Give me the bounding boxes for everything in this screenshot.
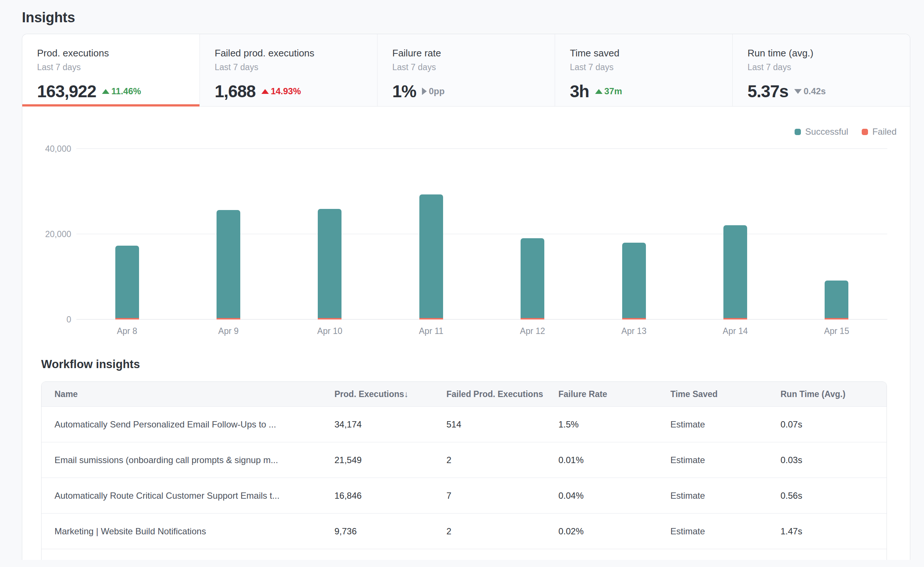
bar-segment-failed <box>216 318 240 319</box>
table-row: Marketing | Website Build Notifications9… <box>42 513 886 549</box>
time-saved-cell: Estimate <box>670 526 780 537</box>
column-header-run-time-avg[interactable]: Run Time (Avg.) <box>780 389 886 399</box>
estimate-link[interactable]: Estimate <box>670 455 705 465</box>
summary-card-time-saved[interactable]: Time savedLast 7 days3h37m <box>555 34 732 106</box>
failed-prod-executions-cell: 7 <box>446 490 558 501</box>
trend-up-icon <box>595 89 603 94</box>
card-delta: 11.46% <box>102 86 141 96</box>
card-value-row: 163,92211.46% <box>37 81 200 101</box>
card-value-row: 5.37s0.42s <box>747 81 910 101</box>
chart-column-apr-11 <box>380 149 482 319</box>
x-axis-label: Apr 9 <box>178 326 279 336</box>
chart-column-apr-8 <box>76 149 178 319</box>
chart-column-apr-12 <box>482 149 583 319</box>
time-saved-cell: Estimate <box>670 490 780 501</box>
bar-segment-successful <box>116 246 139 318</box>
workflow-name-link[interactable]: Automatically Send Personalized Email Fo… <box>54 419 276 429</box>
prod-executions-cell: 21,549 <box>334 455 446 465</box>
time-saved-cell: Estimate <box>670 419 780 430</box>
summary-card-failure-rate[interactable]: Failure rateLast 7 days1%0pp <box>377 34 555 106</box>
workflow-name-cell: Automatically Route Critical Customer Su… <box>42 490 334 501</box>
table-header-row: NameProd. Executions↓Failed Prod. Execut… <box>42 382 886 406</box>
column-header-prod-executions[interactable]: Prod. Executions↓ <box>334 389 446 399</box>
estimate-link[interactable]: Estimate <box>670 419 705 429</box>
bar-apr-14 <box>723 225 747 319</box>
trend-down-icon <box>794 89 802 94</box>
bar-apr-15 <box>825 281 848 319</box>
x-axis-label: Apr 12 <box>482 326 583 336</box>
card-title: Failure rate <box>392 48 555 59</box>
failure-rate-cell: 0.01% <box>558 455 670 465</box>
x-axis-label: Apr 11 <box>380 326 482 336</box>
x-axis-label: Apr 14 <box>684 326 786 336</box>
failed-prod-executions-cell: 514 <box>446 419 558 430</box>
legend-swatch-icon <box>862 129 868 135</box>
legend-label: Successful <box>806 126 848 137</box>
bar-segment-failed <box>622 318 646 319</box>
x-axis-label: Apr 8 <box>76 326 178 336</box>
chart-x-axis-labels: Apr 8Apr 9Apr 10Apr 11Apr 12Apr 13Apr 14… <box>76 326 887 336</box>
x-axis-label: Apr 10 <box>279 326 380 336</box>
trend-up-icon <box>102 89 110 94</box>
run-time-avg-cell: 0.07s <box>780 419 886 430</box>
card-value-row: 1,68814.93% <box>214 81 377 101</box>
workflow-insights-heading: Workflow insights <box>41 358 910 371</box>
sort-desc-icon: ↓ <box>404 389 409 399</box>
column-header-name[interactable]: Name <box>42 389 334 399</box>
card-value: 1,688 <box>214 81 255 101</box>
estimate-link[interactable]: Estimate <box>670 526 705 536</box>
y-axis-tick: 20,000 <box>45 229 71 239</box>
workflow-name-link[interactable]: Email sumissions (onboarding call prompt… <box>54 455 278 465</box>
card-subtitle: Last 7 days <box>570 62 732 72</box>
executions-chart-section: SuccessfulFailed 020,00040,000 Apr 8Apr … <box>22 107 910 336</box>
legend-item-successful[interactable]: Successful <box>795 126 848 137</box>
card-value: 3h <box>570 81 589 101</box>
column-header-failure-rate[interactable]: Failure Rate <box>558 389 670 399</box>
workflow-name-link[interactable]: Automatically Route Critical Customer Su… <box>54 490 280 501</box>
bar-segment-successful <box>520 238 544 318</box>
card-title: Failed prod. executions <box>214 48 377 59</box>
workflow-name-cell: Marketing | Website Build Notifications <box>42 526 334 537</box>
chart-column-apr-14 <box>684 149 786 319</box>
run-time-avg-cell: 1.47s <box>780 526 886 537</box>
chart-column-apr-15 <box>786 149 887 319</box>
prod-executions-cell: 9,736 <box>334 526 446 537</box>
card-delta: 0pp <box>422 86 445 96</box>
bar-segment-successful <box>318 209 342 318</box>
bar-apr-10 <box>318 209 342 319</box>
workflow-name-cell: Automatically Send Personalized Email Fo… <box>42 419 334 430</box>
chart-column-apr-13 <box>583 149 684 319</box>
workflow-insights-table: NameProd. Executions↓Failed Prod. Execut… <box>41 382 887 560</box>
chart-column-apr-10 <box>279 149 380 319</box>
summary-card-run-time-avg[interactable]: Run time (avg.)Last 7 days5.37s0.42s <box>732 34 910 106</box>
bar-segment-failed <box>825 318 848 319</box>
card-subtitle: Last 7 days <box>747 62 910 72</box>
table-row: Automatically Route Critical Customer Su… <box>42 478 886 513</box>
card-delta-value: 11.46% <box>111 86 141 96</box>
column-header-failed-prod-executions[interactable]: Failed Prod. Executions <box>446 389 558 399</box>
page-header: Insights <box>0 0 924 34</box>
chart-plot-area: 020,00040,000 <box>76 149 887 319</box>
page-title: Insights <box>22 10 924 26</box>
x-axis-label: Apr 13 <box>583 326 684 336</box>
failure-rate-cell: 0.02% <box>558 526 670 537</box>
summary-cards-row: Prod. executionsLast 7 days163,92211.46%… <box>22 34 910 107</box>
legend-label: Failed <box>873 126 897 137</box>
card-value: 163,922 <box>37 81 96 101</box>
estimate-link[interactable]: Estimate <box>670 490 705 501</box>
summary-card-prod-executions[interactable]: Prod. executionsLast 7 days163,92211.46% <box>22 34 200 106</box>
trend-flat-icon <box>422 87 427 95</box>
card-value-row: 3h37m <box>570 81 732 101</box>
chart-columns <box>76 149 887 319</box>
workflow-name-link[interactable]: Marketing | Website Build Notifications <box>54 526 206 536</box>
x-axis-label: Apr 15 <box>786 326 887 336</box>
card-value: 1% <box>392 81 416 101</box>
legend-item-failed[interactable]: Failed <box>862 126 897 137</box>
bar-segment-failed <box>419 318 443 319</box>
summary-card-failed-prod-executions[interactable]: Failed prod. executionsLast 7 days1,6881… <box>200 34 377 106</box>
card-subtitle: Last 7 days <box>37 62 200 72</box>
card-value: 5.37s <box>747 81 788 101</box>
column-header-time-saved[interactable]: Time Saved <box>670 389 780 399</box>
bar-apr-8 <box>116 246 139 319</box>
card-title: Prod. executions <box>37 48 200 59</box>
